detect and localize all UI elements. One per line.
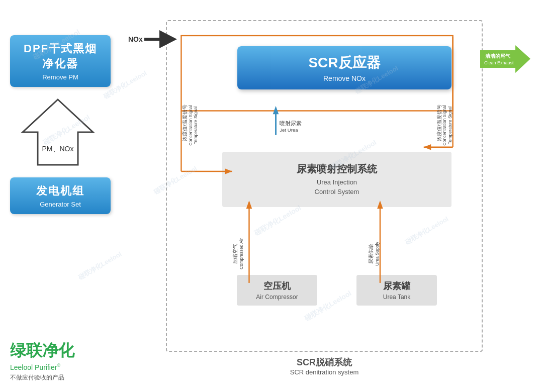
logo-slogan: 不做应付验收的产品 [10,373,74,382]
house-text: PM、NOx [42,145,74,153]
house-svg: PM、NOx [20,97,96,167]
generator-box: 发电机组 Generator Set [10,177,111,214]
svg-marker-0 [23,100,93,165]
left-panel: DPF干式黑烟净化器 Remove PM PM、NOx 发电机组 Generat… [10,10,151,382]
air-compressor-box: 空压机 Air Compressor [237,275,317,306]
svg-text:尿素供给: 尿素供给 [368,244,374,264]
svg-text:Clean Exhaust: Clean Exhaust [484,60,514,65]
bottom-boxes: 空压机 Air Compressor 尿素罐 Urea Tank [217,275,457,306]
scr-reactor-english: Remove NOx [249,74,439,82]
uics-box: 尿素喷射控制系统 Urea Injection Control System [222,152,451,207]
dpf-chinese: DPF干式黑烟净化器 [20,41,101,71]
scr-system-label: SCR脱硝系统 SCR denitration system [290,356,359,376]
svg-text:浓度值/温度信号: 浓度值/温度信号 [182,105,188,141]
uics-english: Urea Injection Control System [315,178,359,196]
svg-text:清洁的尾气: 清洁的尾气 [485,53,510,59]
svg-text:压缩空气: 压缩空气 [232,244,238,264]
arrow-line [144,38,159,41]
svg-text:Urea Supply: Urea Supply [375,242,380,266]
svg-text:Concentration Signal: Concentration Signal [188,105,193,146]
air-compressor-chinese: 空压机 [247,280,307,292]
logo-chinese: 绿联净化 [10,340,74,362]
nox-arrow-container: NOx [128,30,177,48]
generator-chinese: 发电机组 [20,183,101,199]
clean-exhaust-container: 清洁的尾气 Clean Exhaust [480,43,530,75]
svg-marker-26 [480,45,530,73]
dpf-box: DPF干式黑烟净化器 Remove PM [10,35,111,87]
urea-tank-box: 尿素罐 Urea Tank [356,275,437,306]
logo-english: Leelool Purifier® [10,363,74,371]
house-container: PM、NOx [20,97,96,167]
air-compressor-english: Air Compressor [247,293,307,301]
dpf-english: Remove PM [20,73,101,81]
svg-marker-9 [273,106,279,114]
svg-text:Temperature Signal: Temperature Signal [193,107,198,144]
generator-english: Generator Set [20,201,101,208]
urea-tank-english: Urea Tank [367,293,427,301]
svg-text:喷射尿素: 喷射尿素 [280,120,302,126]
urea-tank-chinese: 尿素罐 [367,280,427,292]
svg-text:Temperature Signal: Temperature Signal [447,107,452,144]
main-container: 碰联净化Leelool 碰联净化Leelool 碰联净化Leelool 碰联净化… [0,0,543,392]
svg-text:Concentration Signal: Concentration Signal [442,105,447,146]
arrow-head [159,30,177,48]
right-panel: SCR反应器 Remove NOx 尿素喷射控制系统 Urea Injectio… [151,10,533,382]
house-shape: PM、NOx [20,97,96,167]
black-arrow [144,30,177,48]
uics-chinese: 尿素喷射控制系统 [297,162,377,176]
scr-reactor: SCR反应器 Remove NOx [237,46,451,89]
scr-reactor-chinese: SCR反应器 [249,53,439,72]
svg-marker-14 [424,144,431,150]
svg-text:浓度值/温度信号: 浓度值/温度信号 [436,105,442,141]
scr-system-box: SCR反应器 Remove NOx 尿素喷射控制系统 Urea Injectio… [166,20,483,352]
clean-exhaust-arrow: 清洁的尾气 Clean Exhaust [480,43,530,75]
svg-text:Compressed Air: Compressed Air [239,238,244,269]
logo-area: 绿联净化 Leelool Purifier® 不做应付验收的产品 [10,340,74,382]
nox-label: NOx [128,35,143,43]
svg-text:Jet Urea: Jet Urea [280,127,298,133]
